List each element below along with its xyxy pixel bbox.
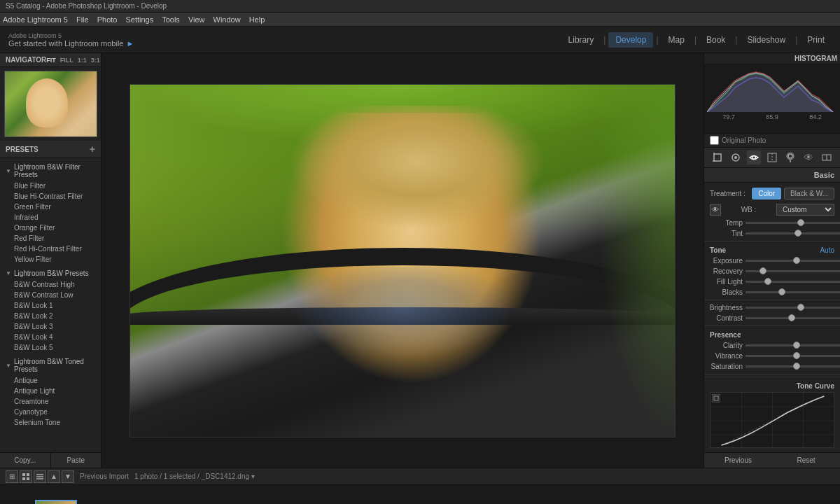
brush-tool-icon[interactable] [783, 150, 797, 164]
color-button[interactable]: Color [752, 188, 781, 200]
menu-settings[interactable]: Settings [125, 15, 153, 24]
add-preset-button[interactable]: + [90, 144, 95, 155]
menu-help[interactable]: Help [249, 15, 265, 24]
fill-light-slider[interactable] [746, 281, 840, 283]
contrast-slider[interactable] [746, 317, 840, 319]
preset-antique[interactable]: Antique [0, 375, 101, 386]
preset-antique-light[interactable]: Antique Light [0, 386, 101, 396]
preset-bw-look-2[interactable]: B&W Look 2 [0, 311, 101, 321]
clarity-slider[interactable] [746, 344, 840, 346]
photo-container[interactable] [130, 84, 676, 438]
preset-blue-hi-contrast[interactable]: Blue Hi-Contrast Filter [0, 191, 101, 202]
gradient-tool-icon[interactable] [765, 150, 779, 164]
menu-adobe-lightroom[interactable]: Adobe Lightroom 5 [3, 15, 68, 24]
vibrance-slider[interactable] [746, 355, 840, 357]
center-photo-area [102, 53, 704, 468]
zoom-1-1[interactable]: 1:1 [78, 57, 87, 64]
preset-infrared[interactable]: Infrared [0, 212, 101, 223]
preset-cyanotype[interactable]: Cyanotype [0, 407, 101, 417]
grid-view-icon[interactable]: ⊞ [6, 470, 18, 483]
zoom-fit[interactable]: FIT [46, 57, 56, 64]
crop-tool-icon[interactable] [710, 150, 724, 164]
preset-bw-look-4[interactable]: B&W Look 4 [0, 332, 101, 342]
account-label: Adobe Lightroom 5 [8, 32, 134, 39]
split-view-icon[interactable] [820, 150, 834, 164]
preset-red-hi-contrast[interactable]: Red Hi-Contrast Filter [0, 244, 101, 254]
filmstrip: ⊕ Filter : Filters Off [0, 484, 840, 504]
menu-photo[interactable]: Photo [97, 15, 118, 24]
tone-section-header: Tone Auto [704, 244, 840, 255]
menu-window[interactable]: Window [214, 15, 241, 24]
original-photo-checkbox[interactable] [710, 136, 719, 145]
filmstrip-thumb-1[interactable] [35, 500, 77, 504]
temp-label: Temp [704, 219, 743, 227]
fill-light-label: Fill Light [704, 278, 743, 286]
red-eye-tool-icon[interactable] [747, 150, 761, 164]
zoom-3-1[interactable]: 3:1 [91, 57, 100, 64]
list-view-icon[interactable] [34, 470, 46, 483]
tone-auto-button[interactable]: Auto [820, 246, 834, 254]
preset-bw-look-3[interactable]: B&W Look 3 [0, 321, 101, 332]
svg-point-5 [752, 156, 756, 160]
preset-group-header-bw-toned[interactable]: ▼ Lightroom B&W Toned Presets [0, 356, 101, 375]
saturation-label: Saturation [704, 363, 743, 370]
promo-arrow[interactable]: ► [126, 39, 134, 48]
original-photo-row[interactable]: Original Photo [704, 134, 840, 148]
preset-bw-look-1[interactable]: B&W Look 1 [0, 300, 101, 311]
treatment-row: Treatment : Color Black & W... [704, 186, 840, 202]
tint-slider[interactable] [746, 232, 840, 234]
navigator-thumbnail[interactable] [4, 71, 97, 137]
preset-creamtone[interactable]: Creamtone [0, 396, 101, 407]
preset-selenium-tone[interactable]: Selenium Tone [0, 417, 101, 428]
sort-asc-icon[interactable]: ▲ [48, 470, 60, 483]
menu-tools[interactable]: Tools [162, 15, 180, 24]
tone-curve-canvas[interactable] [710, 392, 834, 448]
import-label: Previous Import [80, 472, 129, 480]
preset-bw-contrast-low[interactable]: B&W Contrast Low [0, 290, 101, 300]
menu-view[interactable]: View [188, 15, 205, 24]
preset-red-filter[interactable]: Red Filter [0, 233, 101, 244]
preset-yellow-filter[interactable]: Yellow Filter [0, 254, 101, 265]
preset-group-header-bw-filter[interactable]: ▼ Lightroom B&W Filter Presets [0, 161, 101, 181]
copy-button[interactable]: Copy... [0, 453, 51, 468]
vibrance-row: Vibrance [704, 351, 840, 361]
brightness-label: Brightness [704, 304, 743, 312]
wb-eyedropper-button[interactable]: 👁 [710, 204, 721, 216]
blacks-slider[interactable] [746, 291, 840, 293]
promo-bar[interactable]: Get started with Lightroom mobile ► [8, 39, 134, 48]
bw-button[interactable]: Black & W... [784, 188, 834, 200]
sort-desc-icon[interactable]: ▼ [62, 470, 74, 483]
preset-bw-look-5[interactable]: B&W Look 5 [0, 342, 101, 353]
clarity-label: Clarity [704, 342, 743, 349]
saturation-slider[interactable] [746, 365, 840, 368]
grid-view-2-icon[interactable] [20, 470, 32, 483]
reset-button[interactable]: Reset [772, 453, 840, 468]
tone-curve-header: Tone Curve [710, 380, 834, 392]
wb-select[interactable]: Custom As Shot Auto Daylight Cloudy Shad… [776, 204, 834, 216]
previous-button[interactable]: Previous [704, 453, 772, 468]
nav-map[interactable]: Map [662, 32, 692, 48]
nav-print[interactable]: Print [800, 32, 832, 48]
nav-slideshow[interactable]: Slideshow [740, 32, 792, 48]
nav-develop[interactable]: Develop [608, 32, 653, 48]
divider [704, 241, 840, 241]
menu-file[interactable]: File [76, 15, 89, 24]
zoom-fill[interactable]: FILL [60, 57, 74, 64]
brightness-slider[interactable] [746, 307, 840, 309]
temp-slider[interactable] [746, 222, 840, 224]
tone-curve-collapse-icon[interactable] [712, 394, 720, 402]
view-before-icon[interactable]: 👁 [802, 150, 816, 164]
nav-book[interactable]: Book [699, 32, 732, 48]
preset-green-filter[interactable]: Green Filter [0, 202, 101, 212]
recovery-slider[interactable] [746, 270, 840, 272]
preset-group-header-bw-presets[interactable]: ▼ Lightroom B&W Presets [0, 267, 101, 279]
group-triangle-icon: ▼ [6, 168, 11, 174]
right-panel-bottom-buttons: Previous Reset [704, 452, 840, 468]
preset-orange-filter[interactable]: Orange Filter [0, 223, 101, 233]
preset-bw-contrast-high[interactable]: B&W Contrast High [0, 279, 101, 290]
exposure-slider[interactable] [746, 260, 840, 262]
nav-library[interactable]: Library [561, 32, 601, 48]
heal-tool-icon[interactable] [729, 150, 743, 164]
preset-blue-filter[interactable]: Blue Filter [0, 181, 101, 191]
paste-button[interactable]: Paste [51, 453, 102, 468]
